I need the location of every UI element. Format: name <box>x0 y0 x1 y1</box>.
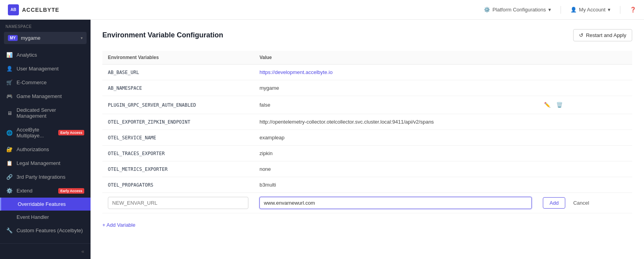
sidebar-item-label: Legal Management <box>17 160 84 166</box>
sidebar-item-e-commerce[interactable]: 🛒 E-Commerce <box>0 76 91 89</box>
content-area: Environment Variable Configuration ↺ Res… <box>91 20 644 259</box>
sidebar-item-label: Authorizations <box>17 146 84 152</box>
top-bar-divider-2 <box>620 6 620 14</box>
var-value-cell: http://opentelemetry-collector.otelcolle… <box>254 114 537 130</box>
var-value-cell: zipkin <box>254 146 537 161</box>
new-var-input[interactable] <box>108 197 248 209</box>
actions-cell <box>537 161 632 177</box>
sidebar-item-label: 3rd Party Integrations <box>17 174 84 180</box>
table-row: OTEL_METRICS_EXPORTER none <box>102 161 632 177</box>
sidebar-item-3rd-party[interactable]: 🔗 3rd Party Integrations <box>0 170 91 184</box>
platform-config-btn[interactable]: ⚙️ Platform Configurations ▾ <box>484 7 551 13</box>
game-icon: 🎮 <box>6 93 13 99</box>
add-variable-button[interactable]: + Add Variable <box>102 220 135 230</box>
sidebar-item-game-management[interactable]: 🎮 Game Management <box>0 89 91 103</box>
top-bar-divider <box>561 6 561 14</box>
namespace-badge: MY <box>8 35 18 41</box>
edit-icon: ✏️ <box>544 102 551 108</box>
sidebar-item-analytics[interactable]: 📊 Analytics <box>0 48 91 62</box>
logo-text: ACCELBYTE <box>22 7 59 13</box>
namespace-chevron-icon: ▾ <box>81 36 83 40</box>
actions-cell <box>537 130 632 146</box>
add-button[interactable]: Add <box>543 197 565 209</box>
sidebar-item-authorizations[interactable]: 🔐 Authorizations <box>0 142 91 156</box>
new-val-input[interactable] <box>259 197 532 209</box>
col-header-actions <box>537 51 632 65</box>
sidebar-item-accelbyte-multiplayer[interactable]: 🌐 AccelByte Multiplaye... Early Access <box>0 123 91 142</box>
actions-cell: ✏️ 🗑️ <box>537 96 632 114</box>
new-row-actions: Add Cancel <box>537 193 632 213</box>
account-icon: 👤 <box>570 7 577 13</box>
namespace-selector[interactable]: MY mygame ▾ <box>4 32 87 44</box>
actions-cell <box>537 80 632 96</box>
table-row: OTEL_EXPORTER_ZIPKIN_ENDPOINT http://ope… <box>102 114 632 130</box>
var-name-cell: OTEL_EXPORTER_ZIPKIN_ENDPOINT <box>102 114 254 130</box>
actions-cell <box>537 177 632 193</box>
var-value-cell: none <box>254 161 537 177</box>
sidebar-item-label: AccelByte Multiplaye... <box>17 127 53 139</box>
table-row: OTEL_PROPAGATORS b3multi <box>102 177 632 193</box>
table-row: OTEL_TRACES_EXPORTER zipkin <box>102 146 632 161</box>
chevron-down-icon-2: ▾ <box>608 7 611 13</box>
col-header-value: Value <box>254 51 537 65</box>
sidebar-collapse-btn[interactable]: « <box>0 243 91 259</box>
var-value-cell: mygame <box>254 80 537 96</box>
var-value-cell: false <box>254 96 537 114</box>
var-value-cell: https://development.accelbyte.io <box>254 65 537 80</box>
chevron-down-icon: ▾ <box>548 7 551 13</box>
var-value-cell: b3multi <box>254 177 537 193</box>
gear-icon: ⚙️ <box>484 7 490 13</box>
sidebar-item-label: User Management <box>17 66 84 72</box>
add-variable-row: + Add Variable <box>102 220 632 230</box>
custom-icon: 🔧 <box>6 228 13 233</box>
extend-icon: ⚙️ <box>6 188 13 194</box>
app-container: AB ACCELBYTE ⚙️ Platform Configurations … <box>0 0 644 259</box>
server-icon: 🖥 <box>6 110 13 116</box>
sidebar-item-custom-features[interactable]: 🔧 Custom Features (Accelbyte) <box>0 224 91 237</box>
restart-apply-button[interactable]: ↺ Restart and Apply <box>573 29 632 41</box>
integration-icon: 🔗 <box>6 174 13 180</box>
cancel-button[interactable]: Cancel <box>568 198 594 208</box>
var-name-cell: OTEL_SERVICE_NAME <box>102 130 254 146</box>
early-access-badge: Early Access <box>58 130 84 135</box>
sidebar-item-label: Analytics <box>17 52 84 58</box>
early-access-badge-extend: Early Access <box>58 188 84 194</box>
add-row: Add Cancel <box>102 193 632 213</box>
col-header-var: Environment Variables <box>102 51 254 65</box>
sub-item-label: Event Handler <box>17 214 49 220</box>
sidebar-item-extend[interactable]: ⚙️ Extend Early Access <box>0 184 91 198</box>
var-name-cell: PLUGIN_GRPC_SERVER_AUTH_ENABLED <box>102 96 254 114</box>
var-name-cell: OTEL_TRACES_EXPORTER <box>102 146 254 161</box>
account-btn[interactable]: 👤 My Account ▾ <box>570 7 611 13</box>
edit-button[interactable]: ✏️ <box>543 101 552 109</box>
sidebar-item-user-management[interactable]: 👤 User Management <box>0 62 91 76</box>
sidebar-item-label: Extend <box>17 188 53 194</box>
sidebar-item-label: Custom Features (Accelbyte) <box>17 228 84 233</box>
new-var-cell <box>102 193 254 213</box>
page-title: Environment Variable Configuration <box>102 31 223 39</box>
sidebar-item-legal[interactable]: 📋 Legal Management <box>0 156 91 170</box>
var-value-cell: exampleap <box>254 130 537 146</box>
env-table: Environment Variables Value AB_BASE_URL … <box>102 51 632 213</box>
sidebar-sub-item-overridable[interactable]: Overridable Features <box>0 198 91 211</box>
sub-item-label: Overridable Features <box>18 201 66 207</box>
actions-cell <box>537 65 632 80</box>
sidebar: NAMESPACE MY mygame ▾ 📊 Analytics 👤 User… <box>0 20 91 259</box>
sidebar-item-label: E-Commerce <box>17 80 84 85</box>
sidebar-sub-item-event-handler[interactable]: Event Handler <box>0 211 91 224</box>
new-val-cell <box>254 193 537 213</box>
delete-button[interactable]: 🗑️ <box>555 101 564 109</box>
sidebar-nav: 📊 Analytics 👤 User Management 🛒 E-Commer… <box>0 48 91 243</box>
logo-icon: AB <box>8 4 19 15</box>
auth-icon: 🔐 <box>6 146 13 152</box>
legal-icon: 📋 <box>6 160 13 166</box>
table-row: AB_NAMESPACE mygame <box>102 80 632 96</box>
table-row: OTEL_SERVICE_NAME exampleap <box>102 130 632 146</box>
restart-icon: ↺ <box>579 32 583 38</box>
sidebar-item-dedicated-server[interactable]: 🖥 Dedicated Server Management <box>0 103 91 123</box>
help-icon: ❓ <box>630 7 636 13</box>
table-row: PLUGIN_GRPC_SERVER_AUTH_ENABLED false ✏️… <box>102 96 632 114</box>
var-name-cell: AB_NAMESPACE <box>102 80 254 96</box>
table-row: AB_BASE_URL https://development.accelbyt… <box>102 65 632 80</box>
help-btn[interactable]: ❓ <box>630 7 636 13</box>
